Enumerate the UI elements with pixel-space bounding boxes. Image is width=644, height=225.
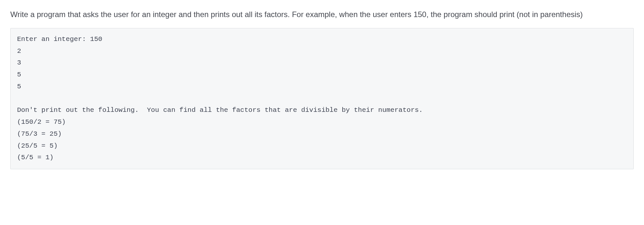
- code-sample-block: Enter an integer: 150 2 3 5 5 Don't prin…: [10, 28, 634, 169]
- question-prompt: Write a program that asks the user for a…: [10, 9, 634, 20]
